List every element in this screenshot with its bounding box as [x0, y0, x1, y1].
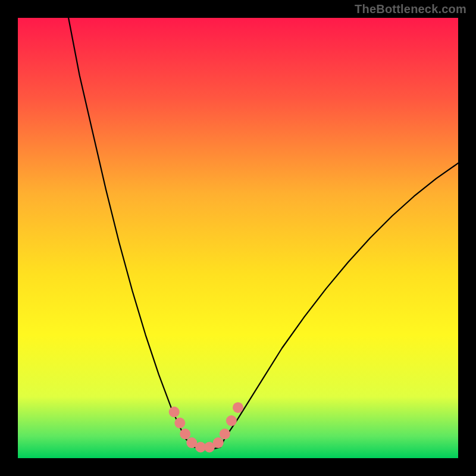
highlight-dot — [233, 402, 243, 413]
highlight-dot — [180, 428, 190, 439]
watermark-text: TheBottleneck.com — [355, 2, 466, 16]
chart-svg — [18, 18, 458, 458]
highlight-dot — [174, 418, 185, 428]
chart-frame: TheBottleneck.com — [0, 0, 476, 476]
highlight-dot — [226, 415, 237, 426]
highlight-dot — [169, 406, 180, 417]
highlight-dot — [220, 428, 230, 439]
plot-area — [18, 18, 458, 458]
highlight-dot — [213, 437, 224, 448]
svg-rect-0 — [18, 18, 458, 458]
